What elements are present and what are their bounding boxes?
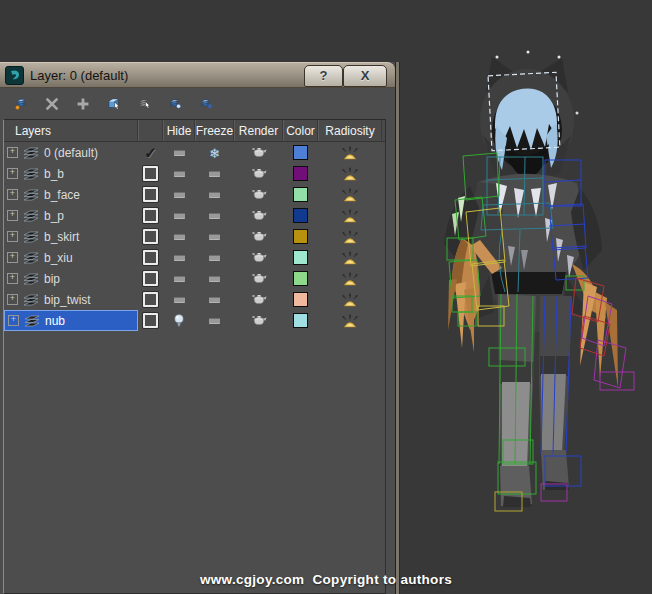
render-cell[interactable] bbox=[234, 289, 283, 310]
color-cell[interactable] bbox=[283, 226, 318, 247]
freeze-cell[interactable] bbox=[195, 205, 234, 226]
layer-radio-box[interactable] bbox=[143, 187, 158, 202]
current-layer-cell[interactable] bbox=[138, 289, 163, 310]
radiosity-cell[interactable] bbox=[318, 247, 382, 268]
freeze-cell[interactable] bbox=[195, 310, 234, 331]
current-layer-cell[interactable] bbox=[138, 247, 163, 268]
render-cell[interactable] bbox=[234, 142, 283, 163]
layer-name-cell[interactable]: bip bbox=[4, 268, 138, 289]
color-cell[interactable] bbox=[283, 163, 318, 184]
color-cell[interactable] bbox=[283, 268, 318, 289]
layer-radio-box[interactable] bbox=[143, 271, 158, 286]
layer-name-cell[interactable]: b_skirt bbox=[4, 226, 138, 247]
table-row[interactable]: b_face bbox=[4, 184, 385, 205]
render-cell[interactable] bbox=[234, 184, 283, 205]
table-row[interactable]: bip bbox=[4, 268, 385, 289]
current-layer-cell[interactable] bbox=[138, 184, 163, 205]
dialog-titlebar[interactable]: Layer: 0 (default) ? X bbox=[0, 62, 395, 88]
layer-radio-box[interactable] bbox=[143, 208, 158, 223]
hide-cell[interactable] bbox=[163, 247, 195, 268]
freeze-cell[interactable] bbox=[195, 163, 234, 184]
freeze-layers-button[interactable] bbox=[194, 91, 220, 117]
layer-radio-box[interactable] bbox=[143, 292, 158, 307]
new-layer-button[interactable] bbox=[8, 91, 34, 117]
render-cell[interactable] bbox=[234, 268, 283, 289]
layer-name-cell[interactable]: 0 (default) bbox=[4, 142, 138, 163]
radiosity-cell[interactable] bbox=[318, 205, 382, 226]
table-row[interactable]: bip_twist bbox=[4, 289, 385, 310]
layer-radio-box[interactable] bbox=[143, 166, 158, 181]
radiosity-cell[interactable] bbox=[318, 142, 382, 163]
hide-cell[interactable] bbox=[163, 310, 195, 331]
add-selection-to-layer-button[interactable] bbox=[70, 91, 96, 117]
layer-name-cell[interactable]: nub bbox=[4, 310, 138, 331]
layer-radio-box[interactable] bbox=[143, 229, 158, 244]
help-button[interactable]: ? bbox=[304, 65, 343, 87]
current-layer-cell[interactable] bbox=[138, 163, 163, 184]
radiosity-cell[interactable] bbox=[318, 310, 382, 331]
radiosity-cell[interactable] bbox=[318, 226, 382, 247]
current-layer-cell[interactable] bbox=[138, 268, 163, 289]
expand-icon[interactable] bbox=[7, 189, 18, 200]
table-row[interactable]: 0 (default) bbox=[4, 142, 385, 163]
hide-cell[interactable] bbox=[163, 142, 195, 163]
select-layer-objects-button[interactable] bbox=[101, 91, 127, 117]
freeze-cell[interactable] bbox=[195, 226, 234, 247]
color-cell[interactable] bbox=[283, 247, 318, 268]
hide-cell[interactable] bbox=[163, 226, 195, 247]
render-cell[interactable] bbox=[234, 310, 283, 331]
hide-cell[interactable] bbox=[163, 163, 195, 184]
freeze-cell[interactable] bbox=[195, 247, 234, 268]
current-layer-cell[interactable] bbox=[138, 226, 163, 247]
freeze-cell[interactable] bbox=[195, 289, 234, 310]
table-row[interactable]: b_xiu bbox=[4, 247, 385, 268]
color-cell[interactable] bbox=[283, 205, 318, 226]
color-cell[interactable] bbox=[283, 184, 318, 205]
current-layer-cell[interactable] bbox=[138, 142, 163, 163]
color-cell[interactable] bbox=[283, 142, 318, 163]
table-row-selected[interactable]: nub bbox=[4, 310, 385, 331]
expand-icon[interactable] bbox=[7, 231, 18, 242]
layer-name-cell[interactable]: b_xiu bbox=[4, 247, 138, 268]
freeze-cell[interactable] bbox=[195, 268, 234, 289]
render-cell[interactable] bbox=[234, 247, 283, 268]
freeze-cell[interactable] bbox=[195, 142, 234, 163]
delete-layer-button[interactable] bbox=[39, 91, 65, 117]
layer-name-cell[interactable]: b_face bbox=[4, 184, 138, 205]
radiosity-cell[interactable] bbox=[318, 289, 382, 310]
layer-name-cell[interactable]: b_b bbox=[4, 163, 138, 184]
expand-icon[interactable] bbox=[7, 147, 18, 158]
radiosity-cell[interactable] bbox=[318, 268, 382, 289]
layer-stack-icon bbox=[22, 251, 40, 265]
expand-icon[interactable] bbox=[7, 273, 18, 284]
render-cell[interactable] bbox=[234, 163, 283, 184]
hide-cell[interactable] bbox=[163, 184, 195, 205]
expand-icon[interactable] bbox=[7, 168, 18, 179]
close-button[interactable]: X bbox=[343, 65, 387, 87]
expand-icon[interactable] bbox=[7, 252, 18, 263]
expand-icon[interactable] bbox=[7, 294, 18, 305]
current-layer-cell[interactable] bbox=[138, 310, 163, 331]
highlight-selected-objects-layer-button[interactable] bbox=[132, 91, 158, 117]
expand-icon[interactable] bbox=[7, 210, 18, 221]
hide-cell[interactable] bbox=[163, 205, 195, 226]
layer-radio-box[interactable] bbox=[143, 313, 158, 328]
render-cell[interactable] bbox=[234, 226, 283, 247]
radiosity-cell[interactable] bbox=[318, 163, 382, 184]
color-cell[interactable] bbox=[283, 310, 318, 331]
hide-cell[interactable] bbox=[163, 268, 195, 289]
table-row[interactable]: b_b bbox=[4, 163, 385, 184]
radiosity-cell[interactable] bbox=[318, 184, 382, 205]
table-row[interactable]: b_skirt bbox=[4, 226, 385, 247]
table-row[interactable]: b_p bbox=[4, 205, 385, 226]
hide-cell[interactable] bbox=[163, 289, 195, 310]
color-cell[interactable] bbox=[283, 289, 318, 310]
render-cell[interactable] bbox=[234, 205, 283, 226]
layer-name-cell[interactable]: bip_twist bbox=[4, 289, 138, 310]
layer-radio-box[interactable] bbox=[143, 250, 158, 265]
freeze-cell[interactable] bbox=[195, 184, 234, 205]
hide-layers-button[interactable] bbox=[163, 91, 189, 117]
expand-icon[interactable] bbox=[8, 315, 19, 326]
layer-name-cell[interactable]: b_p bbox=[4, 205, 138, 226]
current-layer-cell[interactable] bbox=[138, 205, 163, 226]
